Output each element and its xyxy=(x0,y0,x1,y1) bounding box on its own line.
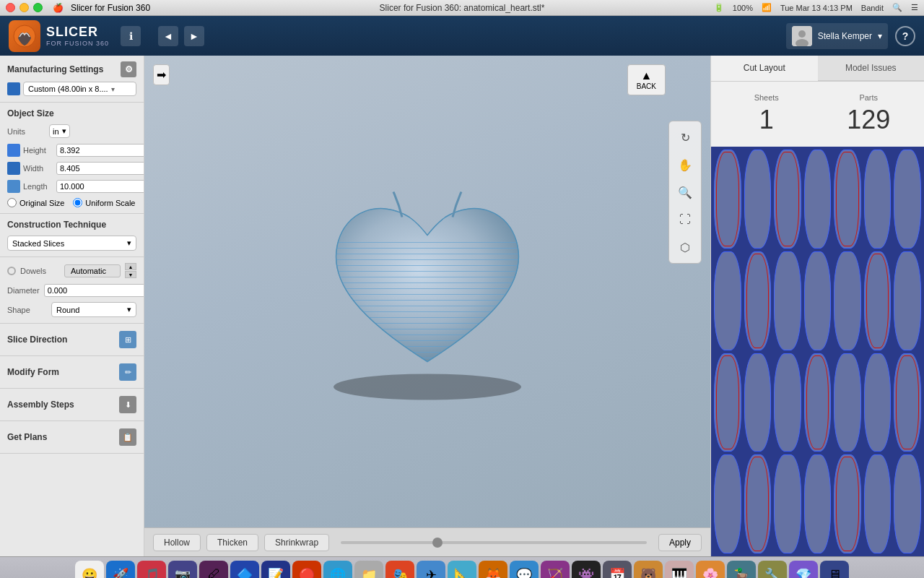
dock-item-itunes[interactable]: 🎵 xyxy=(137,561,166,579)
dock-item-firefox[interactable]: 🦊 xyxy=(479,561,507,579)
dowels-section: Dowels Automatic ▲ ▼ Diameter ▲ ▼ Shape … xyxy=(0,257,144,324)
tab-cut-layout[interactable]: Cut Layout xyxy=(711,56,818,81)
dock-item-app3[interactable]: 📐 xyxy=(448,561,476,579)
dock-item-powerpoint[interactable]: 🔴 xyxy=(292,561,321,579)
original-size-option[interactable]: Original Size xyxy=(7,198,64,207)
dock-item-photoshop[interactable]: 🔷 xyxy=(230,561,259,579)
battery-pct: 100% xyxy=(733,4,753,12)
app-logo: SLICER FOR FUSION 360 xyxy=(9,20,109,52)
heart-svg xyxy=(315,188,539,401)
dock-item-calendar[interactable]: 📅 xyxy=(603,561,632,579)
back-button[interactable]: ▲ BACK xyxy=(627,64,666,95)
svg-point-2 xyxy=(798,30,806,38)
shape-row: Shape Round ▾ xyxy=(7,302,136,317)
dowels-auto-button[interactable]: Automatic xyxy=(64,264,121,277)
back-nav-button[interactable]: ◄ xyxy=(158,26,178,46)
assembly-steps-section[interactable]: Assembly Steps ⬇ xyxy=(0,389,144,421)
dock-item-chrome[interactable]: 🌐 xyxy=(323,561,352,579)
svg-point-4 xyxy=(334,374,521,400)
dock-item-app7[interactable]: 🔧 xyxy=(758,561,787,579)
viewport-options[interactable]: ➡ xyxy=(153,64,170,85)
dock-item-app8[interactable]: 💎 xyxy=(789,561,818,579)
height-input[interactable] xyxy=(56,144,144,157)
dock-item-app5[interactable]: 🎹 xyxy=(665,561,694,579)
tab-model-issues[interactable]: Model Issues xyxy=(818,56,925,81)
slice-direction-section[interactable]: Slice Direction ⊞ xyxy=(0,324,144,356)
apply-button[interactable]: Apply xyxy=(658,534,702,551)
user-avatar xyxy=(792,26,812,46)
dock-item-app2[interactable]: ✈ xyxy=(417,561,445,579)
minimize-button[interactable] xyxy=(19,3,29,12)
fit-tool-button[interactable]: ⛶ xyxy=(672,207,698,233)
width-input[interactable] xyxy=(56,162,144,175)
dock-item-word[interactable]: 📝 xyxy=(261,561,290,579)
cut-cell-11 xyxy=(834,251,861,350)
get-plans-section[interactable]: Get Plans 📋 xyxy=(0,421,144,454)
dock-item-inkscape[interactable]: 🖊 xyxy=(199,561,228,579)
parts-label: Parts xyxy=(825,93,913,102)
shape-arrow-icon: ▾ xyxy=(127,305,131,314)
close-button[interactable] xyxy=(6,3,15,12)
length-input[interactable] xyxy=(56,180,144,193)
viewport-tools: ↻ ✋ 🔍 ⛶ ⬡ xyxy=(668,121,702,264)
construction-value: Stacked Slices xyxy=(12,239,64,248)
dock-item-app6[interactable]: 🦆 xyxy=(727,561,756,579)
diameter-row: Diameter ▲ ▼ xyxy=(7,282,136,298)
cut-cell-10 xyxy=(804,251,832,350)
shape-select[interactable]: Round ▾ xyxy=(51,302,136,317)
heart-model xyxy=(315,188,539,404)
user-info[interactable]: Stella Kemper ▾ xyxy=(786,23,888,49)
rotate-tool-button[interactable]: ↻ xyxy=(672,124,698,150)
dowels-row: Dowels Automatic ▲ ▼ xyxy=(7,263,136,278)
right-panel: Cut Layout Model Issues Sheets 1 Parts 1… xyxy=(710,56,924,556)
dock-item-launchpad[interactable]: 🚀 xyxy=(106,561,135,579)
dock-item-finder[interactable]: 😀 xyxy=(75,561,104,579)
units-row: Units in ▾ xyxy=(7,124,136,138)
object-size-label: Object Size xyxy=(7,108,136,118)
cut-cell-13 xyxy=(894,251,921,350)
bottom-slider[interactable] xyxy=(341,541,647,544)
main-layout: Manufacturing Settings ⚙ Custom (48.00in… xyxy=(0,56,924,556)
forward-nav-button[interactable]: ► xyxy=(184,26,204,46)
dock-item-app1[interactable]: 🎭 xyxy=(385,561,414,579)
menu-icon[interactable]: ☰ xyxy=(911,3,918,12)
uniform-scale-radio[interactable] xyxy=(73,198,82,207)
dock-item-photos2[interactable]: 🌸 xyxy=(696,561,725,579)
maximize-button[interactable] xyxy=(33,3,43,12)
dowels-checkbox[interactable] xyxy=(7,267,16,275)
modify-form-section[interactable]: Modify Form ✏ xyxy=(0,356,144,389)
info-button[interactable]: ℹ xyxy=(121,26,141,46)
original-size-radio[interactable] xyxy=(7,198,17,207)
help-button[interactable]: ? xyxy=(895,26,915,46)
perspective-tool-button[interactable]: ⬡ xyxy=(672,234,698,260)
dowels-increment-button[interactable]: ▲ xyxy=(125,263,136,270)
battery-icon: 🔋 xyxy=(714,3,724,12)
technique-select[interactable]: Stacked Slices ▾ xyxy=(7,236,136,251)
zoom-tool-button[interactable]: 🔍 xyxy=(672,179,698,205)
pan-tool-button[interactable]: ✋ xyxy=(672,152,698,178)
settings-gear-button[interactable]: ⚙ xyxy=(121,61,136,77)
diameter-input[interactable] xyxy=(44,284,144,297)
thicken-button[interactable]: Thicken xyxy=(206,534,258,551)
uniform-scale-option[interactable]: Uniform Scale xyxy=(73,198,135,207)
slider-thumb[interactable] xyxy=(432,538,443,548)
shrinkwrap-button[interactable]: Shrinkwrap xyxy=(264,534,329,551)
dock-item-bear[interactable]: 🐻 xyxy=(634,561,663,579)
app-menu-label[interactable]: Slicer for Fusion 360 xyxy=(71,3,150,13)
cut-cell-9 xyxy=(774,251,801,350)
preset-select[interactable]: Custom (48.00in x 8.... ▾ xyxy=(23,82,136,96)
cut-cell-12 xyxy=(864,251,892,350)
hollow-button[interactable]: Hollow xyxy=(153,534,201,551)
dock-item-app4[interactable]: 🏹 xyxy=(541,561,570,579)
dock-item-app9[interactable]: 🖥 xyxy=(820,561,849,579)
apple-menu[interactable]: 🍎 xyxy=(53,3,64,13)
dowels-stepper[interactable]: ▲ ▼ xyxy=(125,263,136,278)
units-select[interactable]: in ▾ xyxy=(49,124,70,138)
dock-item-steam[interactable]: 👾 xyxy=(572,561,601,579)
dowels-decrement-button[interactable]: ▼ xyxy=(125,271,136,278)
dock-item-photos[interactable]: 📷 xyxy=(168,561,197,579)
dock-item-files[interactable]: 📁 xyxy=(354,561,383,579)
cut-cell-25 xyxy=(834,454,861,553)
dock-item-skype[interactable]: 💬 xyxy=(510,561,539,579)
search-icon[interactable]: 🔍 xyxy=(892,3,902,12)
